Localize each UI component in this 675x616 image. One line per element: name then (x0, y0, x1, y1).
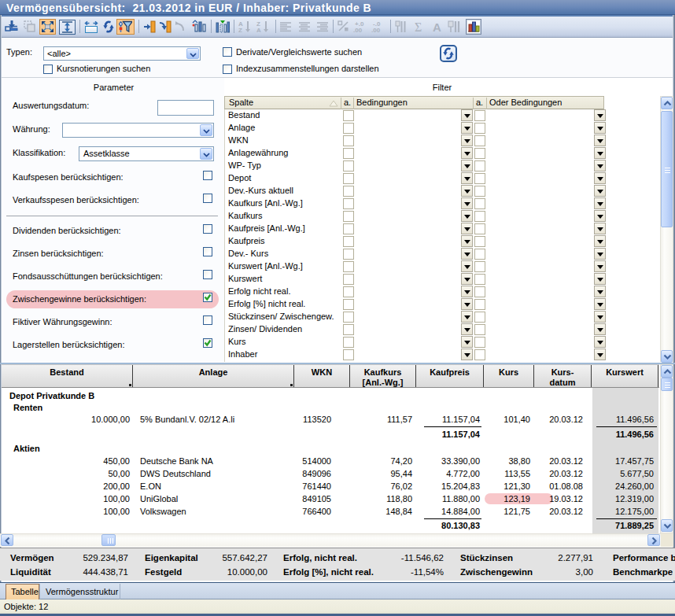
svg-text:.00: .00 (371, 27, 381, 34)
svg-text:Σ: Σ (415, 20, 422, 34)
svg-text:A: A (256, 27, 261, 34)
svg-text:.00: .00 (353, 27, 363, 34)
svg-text:Z: Z (238, 27, 242, 34)
svg-text:A: A (433, 20, 441, 34)
